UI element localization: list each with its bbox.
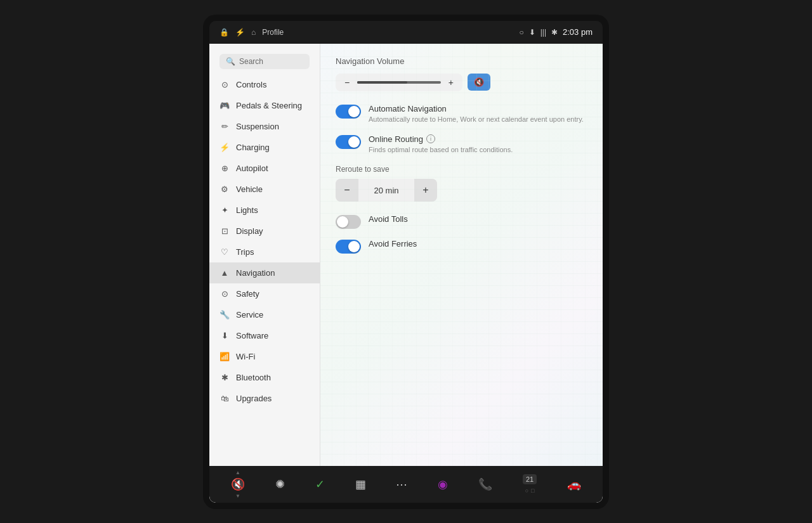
- online-routing-info-icon[interactable]: i: [426, 134, 435, 143]
- sidebar-item-bluetooth[interactable]: ✱ Bluetooth: [209, 367, 320, 388]
- avoid-ferries-label: Avoid Ferries: [369, 239, 587, 249]
- auto-nav-label: Automatic Navigation: [369, 104, 587, 113]
- auto-nav-row: Automatic Navigation Automatically route…: [336, 104, 587, 124]
- avoid-tolls-knob: [337, 216, 348, 228]
- search-field[interactable]: 🔍 Search: [219, 54, 310, 69]
- taskbar-more[interactable]: ⋯: [396, 477, 407, 491]
- taskbar-number-badge: 21: [523, 474, 537, 484]
- sidebar-item-autopilot[interactable]: ⊕ Autopilot: [209, 158, 320, 179]
- avoid-ferries-row: Avoid Ferries: [336, 239, 587, 254]
- taskbar: ▲ 🔇 ▼ ✺ ✓ ▦ ⋯ ◉ 📞: [209, 466, 603, 503]
- auto-nav-toggle[interactable]: [336, 105, 361, 119]
- search-icon: 🔍: [226, 57, 235, 66]
- sidebar-label-suspension: Suspension: [236, 122, 279, 131]
- display-icon: ⊡: [219, 226, 230, 236]
- icon-small-1: ○: [525, 487, 528, 494]
- sidebar: 🔍 Search ⊙ Controls 🎮 Pedals & Steering …: [209, 44, 320, 466]
- volume-increase-button[interactable]: +: [446, 77, 456, 87]
- power-icon: ⚡: [235, 28, 245, 37]
- volume-decrease-button[interactable]: −: [342, 77, 352, 87]
- avoid-ferries-text: Avoid Ferries: [369, 239, 587, 249]
- online-routing-label: Online Routing i: [369, 134, 587, 144]
- online-routing-knob: [348, 136, 360, 148]
- search-container[interactable]: 🔍 Search: [209, 49, 320, 74]
- mute-button[interactable]: 🔇: [468, 74, 490, 91]
- taskbar-card-icon: ▦: [355, 477, 366, 491]
- pedals-icon: 🎮: [219, 101, 230, 110]
- sidebar-label-safety: Safety: [236, 289, 259, 299]
- trips-icon: ♡: [219, 247, 230, 257]
- autopilot-icon: ⊕: [219, 164, 230, 173]
- suspension-icon: ✏: [219, 122, 230, 131]
- sidebar-item-software[interactable]: ⬇ Software: [209, 325, 320, 346]
- sidebar-label-software: Software: [236, 331, 268, 340]
- taskbar-fan-icon: ✺: [275, 477, 285, 491]
- taskbar-number[interactable]: 21 ○ □: [523, 474, 537, 494]
- chevron-down-icon: ▼: [235, 493, 240, 499]
- sidebar-item-wifi[interactable]: 📶 Wi-Fi: [209, 346, 320, 367]
- volume-control: − +: [336, 74, 462, 91]
- sidebar-label-vehicle: Vehicle: [236, 184, 263, 194]
- sidebar-label-service: Service: [236, 310, 263, 320]
- taskbar-fan[interactable]: ✺: [275, 477, 285, 491]
- mute-icon: 🔇: [474, 77, 484, 87]
- profile-label: Profile: [262, 28, 284, 37]
- reroute-label: Reroute to save: [336, 165, 587, 174]
- sidebar-item-controls[interactable]: ⊙ Controls: [209, 74, 320, 95]
- taskbar-circle-icon: ◉: [438, 477, 448, 491]
- chevron-up-icon: ▲: [235, 470, 240, 475]
- volume-title: Navigation Volume: [336, 56, 587, 66]
- icon-small-2: □: [531, 487, 534, 494]
- main-screen: 🔍 Search ⊙ Controls 🎮 Pedals & Steering …: [209, 44, 603, 503]
- volume-slider[interactable]: [357, 81, 441, 84]
- reroute-stepper: − 20 min +: [336, 179, 437, 202]
- download-icon: ⬇: [529, 28, 535, 37]
- time-display: 2:03 pm: [563, 27, 593, 37]
- auto-nav-knob: [348, 106, 360, 117]
- vehicle-icon: ⚙: [219, 184, 230, 194]
- taskbar-car[interactable]: 🚗: [567, 477, 581, 491]
- sidebar-item-upgrades[interactable]: 🛍 Upgrades: [209, 388, 320, 409]
- controls-icon: ⊙: [219, 80, 230, 89]
- sidebar-label-navigation: Navigation: [236, 268, 275, 278]
- sidebar-label-trips: Trips: [236, 247, 254, 257]
- sidebar-item-charging[interactable]: ⚡ Charging: [209, 137, 320, 158]
- bluetooth-nav-icon: ✱: [219, 373, 230, 382]
- taskbar-mute[interactable]: ▲ 🔇 ▼: [231, 470, 245, 499]
- sun-icon: ○: [519, 28, 523, 37]
- avoid-tolls-label: Avoid Tolls: [369, 214, 587, 224]
- sidebar-item-suspension[interactable]: ✏ Suspension: [209, 116, 320, 137]
- sidebar-item-pedals[interactable]: 🎮 Pedals & Steering: [209, 95, 320, 116]
- wifi-icon: 📶: [219, 352, 230, 361]
- sidebar-label-bluetooth: Bluetooth: [236, 373, 271, 382]
- home-icon: ⌂: [251, 28, 256, 37]
- reroute-decrease-button[interactable]: −: [336, 179, 358, 202]
- taskbar-card[interactable]: ▦: [355, 477, 366, 491]
- reroute-increase-button[interactable]: +: [414, 179, 437, 202]
- taskbar-check-icon: ✓: [315, 477, 325, 491]
- sidebar-label-display: Display: [236, 226, 263, 236]
- taskbar-circle[interactable]: ◉: [438, 477, 448, 491]
- sidebar-item-display[interactable]: ⊡ Display: [209, 221, 320, 242]
- bluetooth-icon: ✱: [551, 28, 558, 37]
- taskbar-check[interactable]: ✓: [315, 477, 325, 491]
- sidebar-item-vehicle[interactable]: ⚙ Vehicle: [209, 179, 320, 200]
- avoid-tolls-toggle[interactable]: [336, 215, 361, 229]
- sidebar-item-lights[interactable]: ✦ Lights: [209, 200, 320, 221]
- sidebar-label-pedals: Pedals & Steering: [236, 101, 302, 110]
- online-routing-text: Online Routing i Finds optimal route bas…: [369, 134, 587, 155]
- sidebar-item-trips[interactable]: ♡ Trips: [209, 242, 320, 262]
- avoid-ferries-toggle[interactable]: [336, 240, 361, 254]
- online-routing-desc: Finds optimal route based on traffic con…: [369, 145, 587, 155]
- status-right: ○ ⬇ ||| ✱ 2:03 pm: [519, 27, 593, 37]
- taskbar-phone[interactable]: 📞: [478, 477, 492, 491]
- online-routing-toggle[interactable]: [336, 135, 361, 149]
- volume-slider-fill: [357, 81, 407, 84]
- signal-icon: |||: [540, 28, 546, 37]
- lights-icon: ✦: [219, 205, 230, 215]
- sidebar-item-safety[interactable]: ⊙ Safety: [209, 283, 320, 304]
- sidebar-item-navigation[interactable]: ▲ Navigation: [209, 262, 320, 283]
- search-placeholder: Search: [239, 57, 263, 66]
- sidebar-item-service[interactable]: 🔧 Service: [209, 304, 320, 325]
- sidebar-label-autopilot: Autopilot: [236, 164, 268, 173]
